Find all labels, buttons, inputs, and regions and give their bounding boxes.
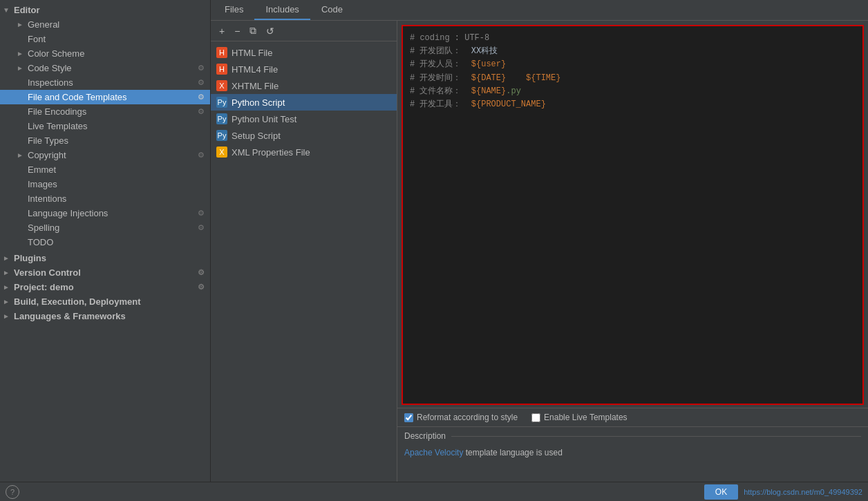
add-button[interactable]: + <box>216 24 227 38</box>
code-line-5: # 文件名称： ${NAME}.py <box>410 85 856 98</box>
code-line-3: # 开发人员： ${user} <box>410 58 856 71</box>
spelling-label: Spelling <box>28 223 59 233</box>
file-code-templates-label: File and Code Templates <box>28 92 127 102</box>
live-templates-checkbox[interactable] <box>531 413 540 422</box>
options-bar: Reformat according to style Enable Live … <box>397 408 868 426</box>
sidebar-item-editor[interactable]: Editor <box>0 3 210 17</box>
sidebar-item-spelling[interactable]: Spelling ⚙ <box>0 220 210 235</box>
todo-label: TODO <box>28 237 53 247</box>
color-scheme-label: Color Scheme <box>28 48 84 59</box>
html4-file-icon: H <box>216 64 227 75</box>
version-control-triangle <box>3 269 11 277</box>
code-line-2: # 开发团队： XX科技 <box>410 45 856 58</box>
reformat-checkbox-label[interactable]: Reformat according to style <box>404 413 518 422</box>
file-list-toolbar: + − ⧉ ↺ <box>211 21 397 41</box>
images-label: Images <box>28 179 57 189</box>
project-demo-label: Project: demo <box>14 282 74 292</box>
sidebar-item-code-style[interactable]: Code Style ⚙ <box>0 61 210 75</box>
setup-script-label: Setup Script <box>232 131 281 141</box>
copyright-label: Copyright <box>28 150 66 160</box>
html4-file-label: HTML4 File <box>232 64 278 75</box>
copyright-gear-icon: ⚙ <box>198 151 205 160</box>
description-suffix: language is used <box>498 448 563 457</box>
code-line-6: # 开发工具： ${PRODUCT_NAME} <box>410 98 856 111</box>
sidebar-item-build-execution[interactable]: Build, Execution, Deployment <box>0 294 210 309</box>
copy-button[interactable]: ⧉ <box>247 23 259 38</box>
xml-properties-label: XML Properties File <box>232 147 310 158</box>
file-item-python-unit-test[interactable]: Py Python Unit Test <box>211 111 397 127</box>
sidebar-item-images[interactable]: Images <box>0 177 210 191</box>
python-script-label: Python Script <box>232 97 285 108</box>
sidebar-item-file-encodings[interactable]: File Encodings ⚙ <box>0 104 210 119</box>
file-item-setup-script[interactable]: Py Setup Script <box>211 127 397 144</box>
sidebar-item-copyright[interactable]: Copyright ⚙ <box>0 148 210 162</box>
general-label: General <box>28 19 59 30</box>
tab-code[interactable]: Code <box>310 0 354 20</box>
sidebar-item-languages-frameworks[interactable]: Languages & Frameworks <box>0 309 210 323</box>
live-templates-label: Enable Live Templates <box>544 413 628 422</box>
sidebar-item-font[interactable]: Font <box>0 32 210 46</box>
bottom-bar: ? OK https://blog.csdn.net/m0_49949392 <box>0 482 868 501</box>
python-unit-test-icon: Py <box>216 113 227 124</box>
sidebar-item-plugins[interactable]: Plugins <box>0 251 210 265</box>
sidebar-item-language-injections[interactable]: Language Injections ⚙ <box>0 206 210 220</box>
color-scheme-triangle <box>17 50 25 58</box>
template-text: template <box>463 448 497 457</box>
tabs-bar: Files Includes Code <box>211 0 868 21</box>
version-control-gear-icon: ⚙ <box>198 268 205 277</box>
xml-properties-icon: X <box>216 146 227 158</box>
file-types-label: File Types <box>28 135 68 146</box>
code-editor[interactable]: # coding : UTF-8 # 开发团队： XX科技 # 开发人员： ${… <box>402 25 864 405</box>
file-item-html4[interactable]: H HTML4 File <box>211 61 397 77</box>
file-code-templates-gear-icon: ⚙ <box>198 93 205 102</box>
sidebar-item-file-types[interactable]: File Types <box>0 133 210 148</box>
remove-button[interactable]: − <box>232 24 243 38</box>
code-style-triangle <box>17 64 25 73</box>
spelling-gear-icon: ⚙ <box>198 223 205 232</box>
plugins-label: Plugins <box>14 253 46 263</box>
sidebar-item-general[interactable]: General <box>0 17 210 32</box>
sidebar-item-inspections[interactable]: Inspections ⚙ <box>0 75 210 90</box>
sidebar-item-color-scheme[interactable]: Color Scheme <box>0 46 210 61</box>
build-execution-triangle <box>3 298 11 306</box>
tab-includes[interactable]: Includes <box>254 0 310 20</box>
project-demo-gear-icon: ⚙ <box>198 283 205 292</box>
live-templates-checkbox-label[interactable]: Enable Live Templates <box>531 413 628 422</box>
languages-frameworks-label: Languages & Frameworks <box>14 311 126 321</box>
live-templates-label: Live Templates <box>28 121 87 131</box>
bottom-right: OK https://blog.csdn.net/m0_49949392 <box>704 484 862 500</box>
url-text: https://blog.csdn.net/m0_49949392 <box>744 488 862 496</box>
tab-files[interactable]: Files <box>214 0 254 20</box>
description-text: Apache Velocity template language is use… <box>404 445 861 460</box>
copyright-triangle <box>17 151 25 160</box>
file-encodings-gear-icon: ⚙ <box>198 107 205 116</box>
editor-triangle <box>3 6 11 15</box>
reset-button[interactable]: ↺ <box>263 24 277 38</box>
sidebar-item-intentions[interactable]: Intentions <box>0 191 210 206</box>
language-injections-label: Language Injections <box>28 208 108 218</box>
file-item-html[interactable]: H HTML File <box>211 44 397 61</box>
inspections-label: Inspections <box>28 77 73 88</box>
reformat-checkbox[interactable] <box>404 413 413 422</box>
sidebar-item-live-templates[interactable]: Live Templates <box>0 119 210 133</box>
general-triangle <box>17 21 25 29</box>
version-control-label: Version Control <box>14 267 81 278</box>
content-area: Files Includes Code + − ⧉ ↺ H HTML File <box>211 0 868 482</box>
main-container: Editor General Font Color Scheme Code St… <box>0 0 868 482</box>
file-item-python-script[interactable]: Py Python Script <box>211 94 397 111</box>
file-item-xhtml[interactable]: X XHTML File <box>211 77 397 94</box>
help-button[interactable]: ? <box>6 485 19 499</box>
apache-velocity-text: Apache Velocity <box>404 448 463 457</box>
sidebar-item-project-demo[interactable]: Project: demo ⚙ <box>0 280 210 294</box>
file-item-xml-properties[interactable]: X XML Properties File <box>211 144 397 160</box>
reformat-label: Reformat according to style <box>417 413 518 422</box>
ok-button[interactable]: OK <box>704 484 738 500</box>
sidebar-item-version-control[interactable]: Version Control ⚙ <box>0 265 210 280</box>
font-label: Font <box>28 34 46 44</box>
sidebar-item-todo[interactable]: TODO <box>0 235 210 249</box>
code-line-4: # 开发时间： ${DATE} ${TIME} <box>410 72 856 85</box>
build-execution-label: Build, Execution, Deployment <box>14 296 140 307</box>
sidebar-item-emmet[interactable]: Emmet <box>0 162 210 177</box>
sidebar-item-file-code-templates[interactable]: File and Code Templates ⚙ <box>0 90 210 104</box>
code-style-gear-icon: ⚙ <box>198 64 205 73</box>
